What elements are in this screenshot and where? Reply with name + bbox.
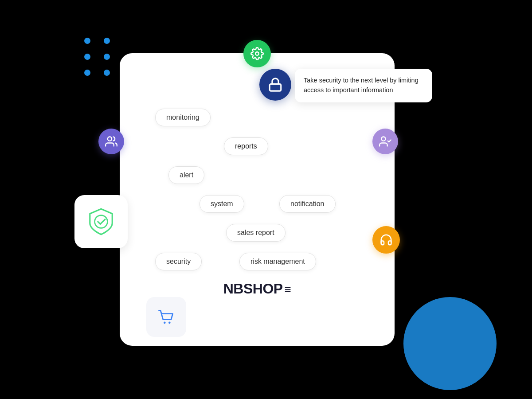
brand-icon: ≡ — [285, 283, 291, 297]
big-blue-circle — [403, 297, 497, 390]
tag-monitoring: monitoring — [155, 109, 211, 126]
shield-icon — [85, 206, 117, 238]
dot — [104, 70, 110, 76]
svg-point-0 — [255, 52, 259, 55]
shield-box — [74, 195, 128, 248]
users-icon — [105, 135, 117, 148]
user-check-circle — [372, 129, 398, 154]
tag-system: system — [200, 195, 244, 213]
tag-alert: alert — [168, 166, 204, 184]
tag-security: security — [155, 253, 202, 270]
decorative-dots — [84, 38, 113, 76]
svg-point-5 — [381, 137, 385, 141]
dot — [84, 38, 90, 44]
svg-point-6 — [95, 215, 108, 228]
tag-notification: notification — [279, 195, 336, 213]
gear-icon — [250, 47, 264, 60]
dot — [104, 38, 110, 44]
svg-point-1 — [164, 322, 166, 324]
tag-sales-report: sales report — [226, 224, 286, 242]
gear-circle — [243, 40, 271, 67]
svg-point-4 — [108, 137, 112, 141]
tooltip-bubble: Take security to the next level by limit… — [295, 69, 432, 102]
tag-risk-management: risk management — [239, 253, 316, 270]
cart-icon — [156, 307, 176, 327]
dot — [84, 54, 90, 60]
svg-point-2 — [168, 322, 171, 324]
scene: monitoring reports alert system notifica… — [0, 0, 532, 399]
brand-name: NBSHOP≡ — [223, 281, 291, 297]
headphone-circle — [372, 226, 400, 254]
users-circle — [98, 129, 124, 154]
headphone-icon — [379, 233, 393, 246]
tag-reports: reports — [224, 137, 268, 155]
svg-rect-3 — [270, 84, 281, 91]
cart-box — [146, 297, 186, 337]
lock-icon — [268, 77, 283, 92]
dot — [84, 70, 90, 76]
user-check-icon — [379, 135, 391, 148]
dot — [104, 54, 110, 60]
lock-circle — [259, 69, 291, 101]
